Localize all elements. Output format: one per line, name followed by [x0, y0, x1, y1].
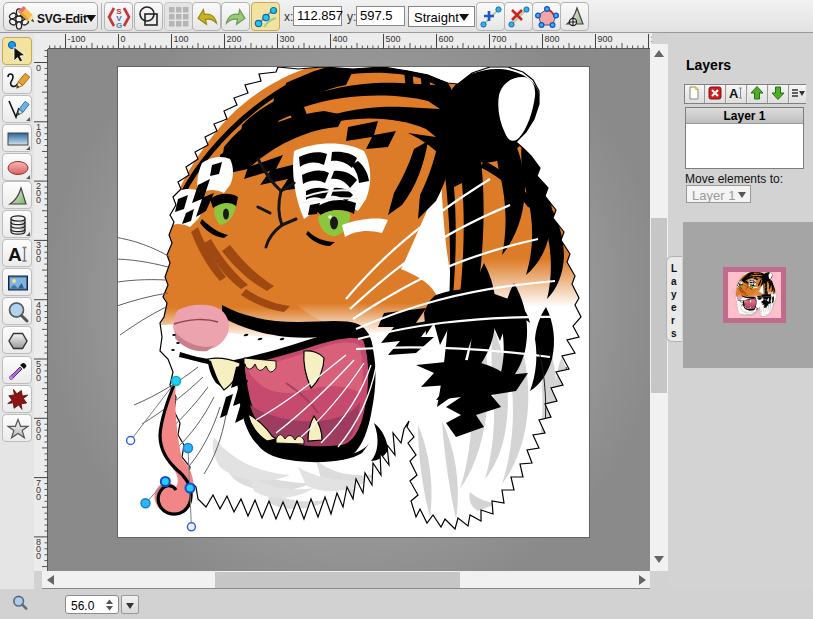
svg-text:0: 0	[36, 314, 41, 324]
svg-text:0: 0	[36, 551, 41, 561]
svg-text:0: 0	[36, 136, 41, 146]
svg-text:0: 0	[36, 195, 41, 205]
svg-text:600: 600	[439, 34, 454, 44]
svg-text:500: 500	[386, 34, 401, 44]
svg-text:700: 700	[492, 34, 507, 44]
svg-text:0: 0	[121, 34, 126, 44]
svg-text:200: 200	[227, 34, 242, 44]
svg-text:G: G	[116, 21, 122, 30]
svg-text:300: 300	[280, 34, 295, 44]
svg-text:A: A	[729, 86, 739, 101]
svg-text:100: 100	[174, 34, 189, 44]
svg-text:0: 0	[36, 432, 41, 442]
svg-text:0: 0	[36, 254, 41, 264]
svg-text:900: 900	[598, 34, 613, 44]
svg-text:400: 400	[333, 34, 348, 44]
svg-text:800: 800	[545, 34, 560, 44]
svg-text:-100: -100	[68, 34, 86, 44]
svg-text:1000: 1000	[651, 34, 653, 44]
svg-text:0: 0	[36, 492, 41, 502]
svg-text:0: 0	[36, 373, 41, 383]
svg-text:0: 0	[36, 63, 41, 73]
svg-text:A: A	[8, 244, 22, 265]
